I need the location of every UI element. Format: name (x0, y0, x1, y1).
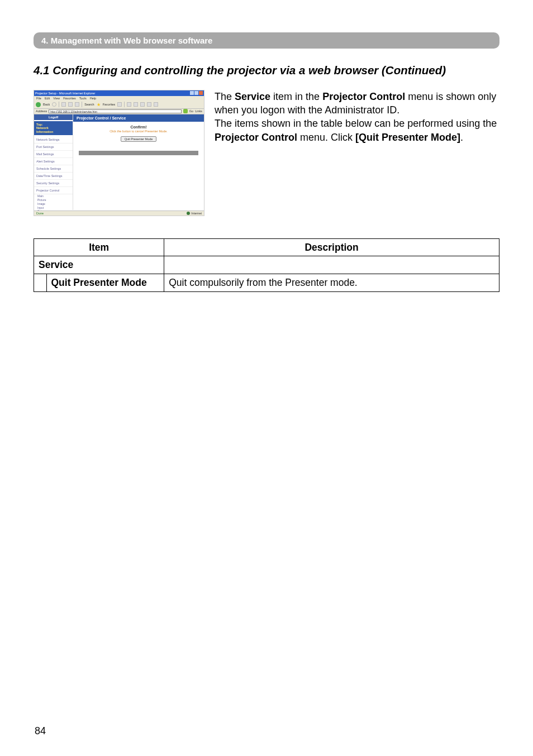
separator-icon (124, 102, 125, 107)
desc-quit-bold: [Quit Presenter Mode] (355, 132, 460, 143)
cell-empty (164, 256, 499, 274)
close-icon (199, 91, 203, 95)
status-right: Internet (187, 212, 202, 215)
mail-icon (127, 102, 131, 107)
home-icon (75, 102, 79, 107)
menu-item: Tools (79, 97, 87, 101)
table-head-item: Item (34, 238, 164, 256)
cell-quit-label: Quit Presenter Mode (51, 277, 147, 288)
sidebar-sub-item: Input (37, 206, 73, 210)
go-icon (183, 109, 188, 113)
print-icon (134, 102, 138, 107)
sidebar-top-network: Network (36, 126, 49, 130)
refresh-icon (68, 102, 73, 107)
quit-presenter-mode-button: Quit Presenter Mode (121, 136, 157, 142)
separator-icon (59, 102, 59, 107)
favorites-label: Favorites (103, 103, 116, 106)
desc-projector-control-bold: Projector Control (215, 132, 297, 143)
confirm-warning: Click the button to cancel Presenter Mod… (79, 130, 198, 133)
menu-item: File (36, 97, 41, 101)
discuss-icon (147, 102, 151, 107)
menu-item: View (53, 97, 60, 101)
page-number: 84 (35, 725, 46, 737)
sidebar: Logoff Top: Network Information Network … (34, 114, 73, 210)
address-bar: Address http://192.168.1.10/admin/servic… (34, 109, 204, 114)
desc-part: The items shown in the table below can b… (215, 118, 497, 129)
sidebar-item: Mail Settings (34, 151, 73, 158)
section-title: 4.1 Configuring and controlling the proj… (34, 63, 499, 78)
sidebar-item: Port Settings (34, 143, 73, 151)
browser-body: Logoff Top: Network Information Network … (34, 114, 204, 210)
confirm-panel: Confirm! Click the button to cancel Pres… (79, 125, 198, 142)
cell-quit-desc: Quit compulsorily from the Presenter mod… (164, 274, 499, 292)
address-label: Address (36, 109, 47, 113)
sidebar-sub-item: Image (37, 202, 73, 206)
go-label: Go (189, 109, 193, 113)
menu-item: Help (90, 97, 96, 101)
window-buttons (190, 91, 203, 95)
grey-bar (79, 151, 198, 155)
history-icon (117, 102, 122, 107)
address-input: http://192.168.1.10/admin/service.htm (49, 109, 182, 113)
toolbar: Back Search ★ Favorites (34, 101, 204, 109)
table-row: Quit Presenter Mode Quit compulsorily fr… (34, 274, 499, 292)
desc-part: . (460, 132, 463, 143)
description-text: The Service item in the Projector Contro… (215, 90, 499, 216)
sidebar-sub-item: Main (37, 194, 73, 198)
sidebar-pc-header: Projector Control (34, 187, 73, 194)
spec-table: Item Description Service Quit Presenter … (34, 238, 499, 292)
desc-service-bold: Service (235, 91, 270, 102)
sidebar-item: Schedule Settings (34, 165, 73, 173)
chapter-banner: 4. Management with Web browser software (34, 32, 499, 49)
sidebar-top-label: Top: (36, 123, 43, 126)
status-left: Done (36, 212, 44, 215)
indent-cell (34, 274, 46, 291)
cell-service-label: Service (39, 259, 73, 270)
desc-part: menu. Click (297, 132, 355, 143)
main-panel: Projector Control / Service Confirm! Cli… (73, 114, 204, 210)
sidebar-item: Security Settings (34, 180, 73, 187)
menu-item: Favorites (63, 97, 76, 101)
table-row: Service (34, 256, 499, 274)
search-label: Search (84, 103, 94, 106)
stop-icon (61, 102, 66, 107)
panel-header: Projector Control / Service (73, 114, 204, 122)
edit-icon (140, 102, 145, 107)
sidebar-item: Alert Settings (34, 158, 73, 165)
forward-icon (52, 102, 56, 107)
window-titlebar: Projector Setup - Microsoft Internet Exp… (34, 90, 204, 96)
sidebar-item: Network Settings (34, 136, 73, 143)
minimize-icon (190, 91, 194, 95)
two-column-layout: Projector Setup - Microsoft Internet Exp… (34, 90, 499, 216)
separator-icon (82, 102, 82, 107)
internet-icon (187, 212, 190, 215)
maximize-icon (194, 91, 198, 95)
desc-projector-control-bold: Projector Control (322, 91, 405, 102)
status-bar: Done Internet (34, 210, 204, 216)
menu-bar: File Edit View Favorites Tools Help (34, 96, 204, 101)
cell-quit-item: Quit Presenter Mode (46, 274, 164, 291)
cell-service: Service (34, 256, 164, 274)
links-label: Links (195, 109, 202, 113)
menu-item: Edit (45, 97, 50, 101)
window-title-text: Projector Setup - Microsoft Internet Exp… (35, 92, 95, 95)
sidebar-top-information: Information (36, 130, 53, 133)
table-head-description: Description (164, 238, 499, 256)
back-icon (36, 102, 41, 107)
sidebar-item: Date/Time Settings (34, 173, 73, 180)
logoff-button: Logoff (34, 114, 73, 120)
status-right-text: Internet (191, 212, 202, 215)
messenger-icon (154, 102, 158, 107)
confirm-heading: Confirm! (79, 125, 198, 129)
back-label: Back (43, 103, 50, 106)
desc-part: The (215, 91, 235, 102)
browser-screenshot: Projector Setup - Microsoft Internet Exp… (34, 90, 204, 216)
desc-part: item in the (270, 91, 322, 102)
sidebar-sub-item: Picture (37, 198, 73, 202)
favorites-icon: ★ (97, 102, 101, 107)
sidebar-top-box: Top: Network Information (34, 121, 73, 136)
